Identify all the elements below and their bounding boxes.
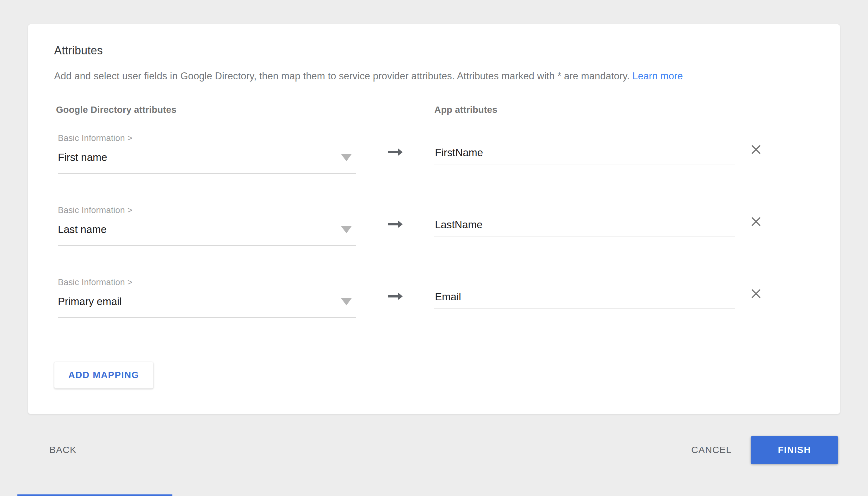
add-mapping-button[interactable]: ADD MAPPING <box>54 362 153 388</box>
attribute-category-label: Basic Information > <box>58 134 356 143</box>
footer-right-actions: CANCEL FINISH <box>691 436 838 464</box>
dropdown-triangle-icon <box>341 226 352 233</box>
app-attribute-field <box>434 134 735 165</box>
mapping-row: Basic Information > Primary email <box>54 278 814 318</box>
next-section-blue-edge <box>17 494 172 496</box>
remove-mapping-button[interactable] <box>751 205 761 227</box>
select-underline <box>58 317 356 318</box>
selected-google-attribute: Last name <box>58 223 107 235</box>
maps-to-arrow-icon <box>356 278 434 300</box>
mapping-row: Basic Information > Last name <box>54 205 814 246</box>
x-close-icon <box>751 216 761 227</box>
mappings-list: Basic Information > First name Basic I <box>54 134 814 318</box>
dropdown-triangle-icon <box>341 298 352 305</box>
attributes-card: Attributes Add and select user fields in… <box>28 24 840 414</box>
description-text: Add and select user fields in Google Dir… <box>54 71 630 81</box>
cancel-button[interactable]: CANCEL <box>691 445 732 455</box>
select-value-row: First name <box>58 152 356 164</box>
google-attribute-select[interactable]: Basic Information > Last name <box>54 205 356 246</box>
app-attributes-header: App attributes <box>434 105 497 115</box>
maps-to-arrow-icon <box>356 205 434 228</box>
selected-google-attribute: Primary email <box>58 296 122 308</box>
select-value-row: Last name <box>58 223 356 235</box>
select-value-row: Primary email <box>58 296 356 308</box>
finish-button[interactable]: FINISH <box>751 436 838 464</box>
select-underline <box>58 245 356 246</box>
maps-to-arrow-icon <box>356 134 434 156</box>
app-attribute-field <box>434 278 735 309</box>
wizard-footer: BACK CANCEL FINISH <box>49 436 838 464</box>
select-underline <box>58 173 356 174</box>
learn-more-link[interactable]: Learn more <box>632 71 683 81</box>
app-attribute-input[interactable] <box>434 147 735 165</box>
x-close-icon <box>751 144 761 155</box>
page-title: Attributes <box>54 44 814 57</box>
google-attribute-select[interactable]: Basic Information > First name <box>54 134 356 174</box>
card-description: Add and select user fields in Google Dir… <box>54 71 814 82</box>
mapping-row: Basic Information > First name <box>54 134 814 174</box>
selected-google-attribute: First name <box>58 152 107 164</box>
back-button[interactable]: BACK <box>49 445 77 455</box>
remove-mapping-button[interactable] <box>751 134 761 155</box>
attribute-category-label: Basic Information > <box>58 278 356 288</box>
attribute-mapping-screen: { "page": { "background_color": "#ededed… <box>0 0 868 496</box>
remove-mapping-button[interactable] <box>751 278 761 299</box>
attribute-category-label: Basic Information > <box>58 205 356 215</box>
dropdown-triangle-icon <box>341 154 352 161</box>
app-attribute-input[interactable] <box>434 291 735 309</box>
app-attribute-input[interactable] <box>434 219 735 236</box>
columns-header: Google Directory attributes App attribut… <box>54 105 814 115</box>
google-directory-attributes-header: Google Directory attributes <box>54 105 434 115</box>
app-attribute-field <box>434 205 735 236</box>
x-close-icon <box>751 288 761 299</box>
google-attribute-select[interactable]: Basic Information > Primary email <box>54 278 356 318</box>
